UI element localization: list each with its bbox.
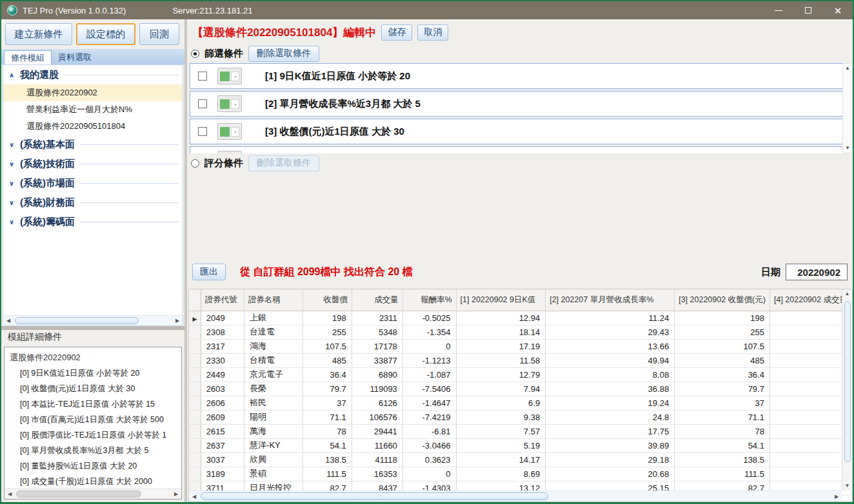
backtest-button[interactable]: 回測 bbox=[139, 23, 179, 45]
row-header-cell[interactable] bbox=[189, 424, 201, 438]
condition-row[interactable]: [4] 成交量(千股)近1日原值 大於 2000 bbox=[190, 146, 844, 153]
table-row[interactable]: 2308台達電2555348-1.35418.1429.43255 bbox=[189, 325, 852, 339]
grid-cell: -3.0466 bbox=[402, 438, 456, 452]
grid-cell: 11.24 bbox=[546, 311, 675, 325]
chevron-down-icon[interactable]: ∨ bbox=[3, 199, 20, 206]
grid-cell: 29441 bbox=[352, 424, 402, 438]
table-row[interactable]: 2637慧洋-KY54.111660-3.04665.1939.8954.1 bbox=[189, 438, 852, 452]
row-header-cell[interactable] bbox=[189, 382, 201, 396]
row-header-cell[interactable] bbox=[189, 367, 201, 382]
grid-cell: 49.94 bbox=[546, 353, 675, 367]
grid-cell: 8.69 bbox=[456, 467, 546, 481]
tree-group[interactable]: ∧我的選股 bbox=[3, 65, 183, 84]
horizontal-splitter[interactable] bbox=[1, 326, 184, 330]
minimize-button[interactable] bbox=[764, 1, 793, 19]
detail-condition-line: [0] 董監持股%近1日原值 大於 20 bbox=[10, 458, 181, 474]
left-panel: 建立新條件 設定標的 回測 條件模組 資料選取 ∧我的選股選股條件2022090… bbox=[1, 19, 184, 502]
table-row[interactable]: 3189景碩111.51635308.6920.68111.5 bbox=[189, 467, 852, 481]
tab-data-select[interactable]: 資料選取 bbox=[52, 50, 98, 64]
grid-column-header[interactable]: [3] 20220902 收盤價(元) bbox=[675, 289, 770, 311]
maximize-button[interactable] bbox=[793, 1, 823, 19]
row-header-cell[interactable] bbox=[189, 339, 201, 353]
grid-cell: 111.5 bbox=[675, 467, 770, 481]
grid-cell bbox=[770, 396, 851, 410]
row-header-cell[interactable] bbox=[189, 452, 201, 467]
tree-item[interactable]: 選股條件20220905101804 bbox=[3, 118, 183, 135]
tree-item[interactable]: 營業利益率近一個月大於N% bbox=[3, 101, 183, 118]
table-row[interactable]: 2606裕民376126-1.46476.919.2437 bbox=[189, 396, 852, 410]
tree-rule-line bbox=[80, 144, 179, 145]
grid-cell: 485 bbox=[303, 353, 352, 367]
grid-cell: -1.354 bbox=[402, 325, 456, 339]
condition-list-vscrollbar[interactable]: ▲ ▼ bbox=[842, 63, 853, 153]
detail-condition-line: [0] 市值(百萬元)近1日原值 大於等於 500 bbox=[10, 412, 181, 427]
save-button[interactable]: 儲存 bbox=[381, 24, 412, 41]
chevron-down-icon[interactable]: ∨ bbox=[3, 218, 20, 226]
table-row[interactable]: 2603長榮79.7119093-7.54067.9436.8879.7 bbox=[189, 382, 852, 396]
tree-hscrollbar[interactable]: ◀ ▶ bbox=[3, 315, 183, 325]
close-button[interactable]: ✕ bbox=[823, 1, 853, 19]
condition-toggle[interactable] bbox=[217, 123, 242, 140]
row-header-cell[interactable] bbox=[189, 325, 201, 339]
table-row[interactable]: 2615萬海7829441-6.817.5717.7578 bbox=[189, 424, 852, 438]
date-field[interactable]: 20220902 bbox=[786, 264, 848, 280]
new-condition-button[interactable]: 建立新條件 bbox=[5, 23, 72, 45]
condition-tree: ∧我的選股選股條件20220902營業利益率近一個月大於N%選股條件202209… bbox=[3, 64, 183, 326]
tab-condition-module[interactable]: 條件模組 bbox=[4, 50, 52, 64]
grid-vscrollbar[interactable]: ▲ ▼ bbox=[842, 289, 852, 490]
row-header-cell[interactable] bbox=[189, 438, 201, 452]
date-label: 日期 bbox=[761, 266, 780, 278]
table-row[interactable]: 3037欣興138.5411180.362314.1729.18138.5 bbox=[189, 452, 852, 467]
row-header-cell[interactable]: ▶ bbox=[189, 311, 201, 325]
condition-row[interactable]: [1] 9日K值近1日原值 小於等於 20 bbox=[190, 63, 844, 89]
row-header-cell[interactable] bbox=[189, 353, 201, 367]
grid-column-header[interactable]: [2] 202207 單月營收成長率% bbox=[546, 289, 675, 311]
result-summary: 從 自訂群組 2099檔中 找出符合 20 檔 bbox=[240, 266, 413, 279]
condition-toggle[interactable] bbox=[217, 151, 242, 153]
detail-hscrollbar[interactable]: ◀ ▶ bbox=[5, 489, 181, 499]
chevron-up-icon[interactable]: ∧ bbox=[3, 72, 20, 79]
tree-item[interactable]: 選股條件20220902 bbox=[3, 84, 183, 101]
filter-radio[interactable] bbox=[191, 50, 199, 58]
table-row[interactable]: 2609陽明71.1106576-7.42199.3824.871.1 bbox=[189, 410, 852, 424]
table-row[interactable]: 2330台積電48533877-1.121311.5849.94485 bbox=[189, 353, 852, 367]
condition-row[interactable]: [3] 收盤價(元)近1日原值 大於 30 bbox=[190, 119, 844, 144]
grid-column-header[interactable]: 收盤價 bbox=[303, 289, 352, 311]
chevron-down-icon[interactable]: ∨ bbox=[3, 160, 20, 168]
grid-cell: 485 bbox=[675, 353, 770, 367]
condition-checkbox[interactable] bbox=[198, 127, 207, 136]
condition-row[interactable]: [2] 單月營收成長率%近3月都 大於 5 bbox=[190, 91, 844, 117]
condition-toggle[interactable] bbox=[217, 95, 242, 112]
tree-group[interactable]: ∨(系統)技術面 bbox=[3, 154, 183, 173]
grid-column-header[interactable]: 證券名稱 bbox=[244, 289, 303, 311]
row-header-cell[interactable] bbox=[189, 410, 201, 424]
table-row[interactable]: ▶2049上銀1982311-0.502512.9411.24198 bbox=[189, 311, 852, 325]
export-button[interactable]: 匯出 bbox=[192, 264, 226, 280]
grid-column-header[interactable]: 報酬率% bbox=[402, 289, 456, 311]
table-row[interactable]: 2449京元電子36.46890-1.08712.798.0836.4 bbox=[189, 367, 852, 382]
grid-hscrollbar[interactable]: ◀ ▶ bbox=[189, 490, 842, 501]
cancel-button[interactable]: 取消 bbox=[417, 24, 448, 41]
condition-checkbox[interactable] bbox=[198, 99, 207, 108]
grid-column-header[interactable]: 成交量 bbox=[352, 289, 402, 311]
grid-column-header[interactable]: [1] 20220902 9日K值 bbox=[456, 289, 546, 311]
table-row[interactable]: 2317鴻海107.517178017.1913.66107.5 bbox=[189, 339, 852, 353]
score-radio[interactable] bbox=[191, 159, 199, 168]
condition-checkbox[interactable] bbox=[198, 72, 207, 81]
set-target-button[interactable]: 設定標的 bbox=[76, 23, 135, 45]
window-controls: ✕ bbox=[764, 1, 853, 19]
chevron-down-icon[interactable]: ∨ bbox=[3, 180, 20, 187]
grid-column-header[interactable]: 證券代號 bbox=[201, 289, 244, 311]
grid-column-header[interactable]: [4] 20220902 成交量 bbox=[770, 289, 851, 311]
chevron-down-icon[interactable]: ∨ bbox=[3, 141, 20, 148]
tree-group[interactable]: ∨(系統)籌碼面 bbox=[3, 212, 183, 231]
condition-toggle[interactable] bbox=[217, 68, 242, 84]
scroll-thumb[interactable] bbox=[844, 301, 851, 462]
delete-selected-button[interactable]: 刪除選取條件 bbox=[248, 46, 319, 62]
row-header-cell[interactable] bbox=[189, 467, 201, 481]
row-header-cell[interactable] bbox=[189, 396, 201, 410]
detail-condition-line: [0] 股價淨值比-TEJ近1日原值 小於等於 1 bbox=[10, 427, 181, 443]
tree-group[interactable]: ∨(系統)基本面 bbox=[3, 135, 183, 154]
tree-group[interactable]: ∨(系統)財務面 bbox=[3, 193, 183, 212]
tree-group[interactable]: ∨(系統)市場面 bbox=[3, 173, 183, 193]
